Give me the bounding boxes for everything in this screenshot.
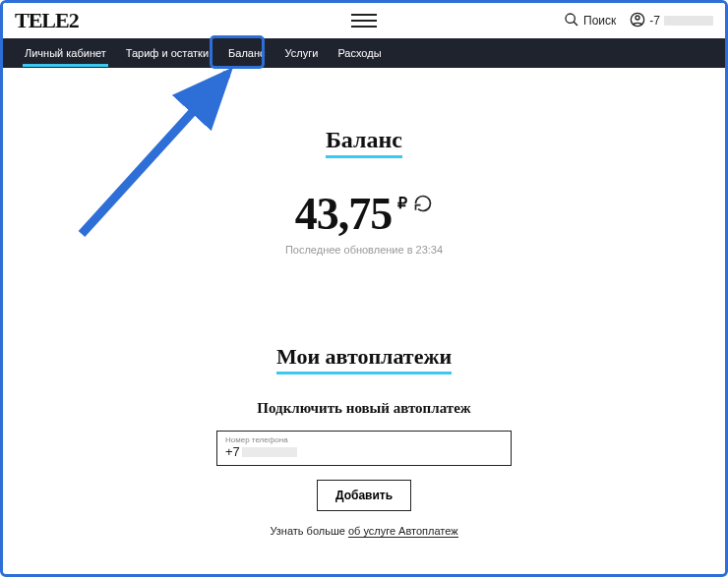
nav-item-account[interactable]: Личный кабинет [17,41,114,65]
balance-section: Баланс 43,75 ₽ Последнее обновление в 23… [42,127,686,256]
main-nav: Личный кабинет Тариф и остатки Баланс Ус… [3,38,725,68]
more-info-link[interactable]: об услуге Автоплатеж [348,525,458,538]
logo: TELE2 [15,8,79,33]
balance-amount: 43,75 [295,188,393,240]
add-button[interactable]: Добавить [317,480,411,511]
account-phone-masked [664,16,713,26]
search-button[interactable]: Поиск [564,12,616,30]
top-bar: TELE2 Поиск -7 [3,3,725,38]
refresh-icon[interactable] [413,194,433,217]
autopay-section: Мои автоплатежи Подключить новый автопла… [42,344,686,537]
phone-input-masked [242,447,297,457]
autopay-subtitle: Подключить новый автоплатеж [42,400,686,417]
nav-item-balance[interactable]: Баланс [220,41,273,65]
account-button[interactable]: -7 [630,12,713,30]
autopay-title: Мои автоплатежи [276,344,452,375]
nav-item-services[interactable]: Услуги [277,41,327,65]
menu-icon[interactable] [351,14,377,28]
search-label: Поиск [583,14,616,28]
phone-input[interactable]: Номер телефона +7 [216,431,512,466]
currency-symbol: ₽ [397,194,407,212]
balance-title: Баланс [326,127,402,158]
nav-item-expenses[interactable]: Расходы [330,41,389,65]
search-icon [564,12,579,30]
nav-item-tariff[interactable]: Тариф и остатки [118,41,216,65]
phone-input-label: Номер телефона [225,435,503,444]
svg-point-3 [636,16,639,20]
account-phone-prefix: -7 [649,14,660,28]
svg-line-1 [574,22,577,26]
user-icon [630,12,645,30]
svg-point-0 [566,14,575,23]
more-info-text: Узнать больше об услуге Автоплатеж [42,525,686,537]
last-updated-text: Последнее обновление в 23:34 [42,244,686,256]
phone-input-prefix: +7 [225,444,240,459]
